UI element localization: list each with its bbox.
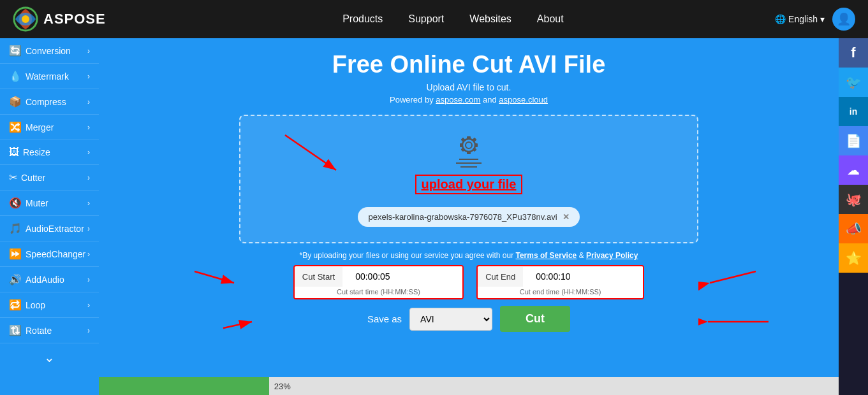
cut-start-hint: Cut start time (HH:MM:SS) xyxy=(295,287,462,298)
gear-upload-icon xyxy=(446,131,491,169)
upload-area[interactable]: upload your file pexels-karolina-grabows… xyxy=(239,115,698,243)
sidebar-item-label-compress: Compress xyxy=(26,97,66,107)
cut-start-input[interactable] xyxy=(348,266,462,287)
document-icon: 📄 xyxy=(846,133,862,148)
upload-link[interactable]: upload your file xyxy=(415,175,523,194)
aspose-com-link[interactable]: aspose.com xyxy=(436,95,480,104)
navbar: ASPOSE Products Support Websites About 🌐… xyxy=(0,0,868,38)
save-as-select[interactable]: AVI MP4 MOV MKV WMV FLV xyxy=(409,308,492,331)
svg-point-5 xyxy=(466,142,472,148)
announce-icon: 📣 xyxy=(846,221,862,236)
star-icon: ⭐ xyxy=(846,250,862,266)
twitter-icon: 🐦 xyxy=(846,75,862,90)
merger-icon: 🔀 xyxy=(9,121,22,133)
twitter-button[interactable]: 🐦 xyxy=(839,68,868,97)
cloud-button[interactable]: ☁ xyxy=(839,155,868,185)
file-remove-button[interactable]: ✕ xyxy=(563,212,570,222)
sidebar-item-audioextractor[interactable]: 🎵 AudioExtractor › xyxy=(0,216,99,241)
svg-rect-6 xyxy=(467,136,471,140)
chevron-right-icon-7: › xyxy=(87,199,90,208)
sidebar-item-label-conversion: Conversion xyxy=(26,46,71,56)
social-sidebar: f 🐦 in 📄 ☁ 🐙 📣 ⭐ xyxy=(839,38,868,395)
linkedin-button[interactable]: in xyxy=(839,97,868,126)
watermark-icon: 💧 xyxy=(9,70,22,82)
nav-links: Products Support Websites About xyxy=(131,13,775,25)
chevron-right-icon-2: › xyxy=(87,72,90,81)
chevron-right-icon-5: › xyxy=(87,148,90,157)
sidebar-item-cutter[interactable]: ✂ Cutter › xyxy=(0,165,99,190)
svg-line-22 xyxy=(223,322,252,328)
star-button[interactable]: ⭐ xyxy=(839,243,868,273)
uploaded-file-container: pexels-karolina-grabowska-7976078_XPu378… xyxy=(256,202,682,227)
terms-of-service-link[interactable]: Terms of Service xyxy=(515,251,577,260)
progress-bar-container: 23% xyxy=(99,377,839,395)
page-powered: Powered by aspose.com and aspose.cloud xyxy=(112,95,826,104)
sidebar-item-label-loop: Loop xyxy=(26,300,45,310)
cut-end-arrow xyxy=(698,265,762,303)
svg-rect-12 xyxy=(460,147,465,152)
nav-products[interactable]: Products xyxy=(342,13,383,25)
cut-button[interactable]: Cut xyxy=(500,306,570,332)
github-button[interactable]: 🐙 xyxy=(839,185,868,214)
facebook-button[interactable]: f xyxy=(839,38,868,68)
upload-link-container[interactable]: upload your file xyxy=(415,175,523,194)
facebook-icon: f xyxy=(851,45,855,61)
page-title: Free Online Cut AVI File xyxy=(112,51,826,78)
sidebar-item-label-muter: Muter xyxy=(26,198,48,208)
uploaded-file-badge: pexels-karolina-grabowska-7976078_XPu378… xyxy=(358,207,579,227)
language-label: English xyxy=(788,14,818,24)
chevron-right-icon-10: › xyxy=(87,275,90,284)
nav-support[interactable]: Support xyxy=(408,13,444,25)
sidebar-item-loop[interactable]: 🔁 Loop › xyxy=(0,292,99,318)
main-layout: 🔄 Conversion › 💧 Watermark › 📦 Compress … xyxy=(0,38,868,395)
nav-about[interactable]: About xyxy=(537,13,564,25)
sidebar-item-conversion[interactable]: 🔄 Conversion › xyxy=(0,38,99,64)
sidebar-more-button[interactable]: ⌄ xyxy=(0,343,99,371)
chevron-down-icon: ▾ xyxy=(820,14,825,24)
announce-button[interactable]: 📣 xyxy=(839,214,868,243)
sidebar-item-watermark[interactable]: 💧 Watermark › xyxy=(0,64,99,89)
cut-start-field: Cut Start Cut start time (HH:MM:SS) xyxy=(293,265,464,299)
sidebar-item-label-cutter: Cutter xyxy=(21,173,45,183)
resize-icon: 🖼 xyxy=(9,147,19,158)
conversion-icon: 🔄 xyxy=(9,45,22,57)
cut-start-label: Cut Start xyxy=(295,267,342,287)
cut-end-field: Cut End Cut end time (HH:MM:SS) xyxy=(476,265,644,299)
privacy-policy-link[interactable]: Privacy Policy xyxy=(586,251,638,260)
upload-arrow xyxy=(279,129,355,180)
addaudio-icon: 🔊 xyxy=(9,273,22,285)
cut-controls: Cut Start Cut start time (HH:MM:SS) Cut … xyxy=(239,265,698,299)
cut-button-arrow xyxy=(698,309,775,334)
save-as-label: Save as xyxy=(367,313,402,324)
sidebar-item-muter[interactable]: 🔇 Muter › xyxy=(0,190,99,216)
cut-end-hint: Cut end time (HH:MM:SS) xyxy=(478,287,643,298)
chevron-right-icon-6: › xyxy=(87,173,90,182)
cloud-icon: ☁ xyxy=(847,162,860,178)
svg-rect-7 xyxy=(467,151,471,154)
main-content: Free Online Cut AVI File Upload AVI file… xyxy=(99,38,839,395)
linkedin-icon: in xyxy=(850,106,857,117)
cutter-icon: ✂ xyxy=(9,171,17,183)
svg-rect-8 xyxy=(460,143,463,147)
sidebar-item-addaudio[interactable]: 🔊 AddAudio › xyxy=(0,267,99,292)
user-avatar[interactable]: 👤 xyxy=(832,8,855,31)
sidebar-item-rotate[interactable]: 🔃 Rotate › xyxy=(0,318,99,343)
logo[interactable]: ASPOSE xyxy=(13,6,106,32)
sidebar-item-speedchanger[interactable]: ⏩ SpeedChanger › xyxy=(0,241,99,267)
cut-end-input[interactable] xyxy=(528,266,643,287)
chevron-right-icon: › xyxy=(87,47,90,55)
sidebar-item-label-resize: Resize xyxy=(23,147,50,157)
sidebar-item-label-rotate: Rotate xyxy=(26,326,52,336)
globe-icon: 🌐 xyxy=(775,14,786,24)
aspose-cloud-link[interactable]: aspose.cloud xyxy=(499,95,548,104)
terms-text: *By uploading your files or using our se… xyxy=(239,251,698,260)
sidebar-item-merger[interactable]: 🔀 Merger › xyxy=(0,115,99,140)
chevron-down-icon: ⌄ xyxy=(44,350,55,365)
document-button[interactable]: 📄 xyxy=(839,126,868,155)
sidebar-item-resize[interactable]: 🖼 Resize › xyxy=(0,140,99,165)
language-selector[interactable]: 🌐 English ▾ xyxy=(775,14,825,24)
nav-websites[interactable]: Websites xyxy=(469,13,511,25)
svg-line-20 xyxy=(710,271,756,283)
sidebar-item-compress[interactable]: 📦 Compress › xyxy=(0,89,99,115)
file-name: pexels-karolina-grabowska-7976078_XPu378… xyxy=(368,212,557,222)
